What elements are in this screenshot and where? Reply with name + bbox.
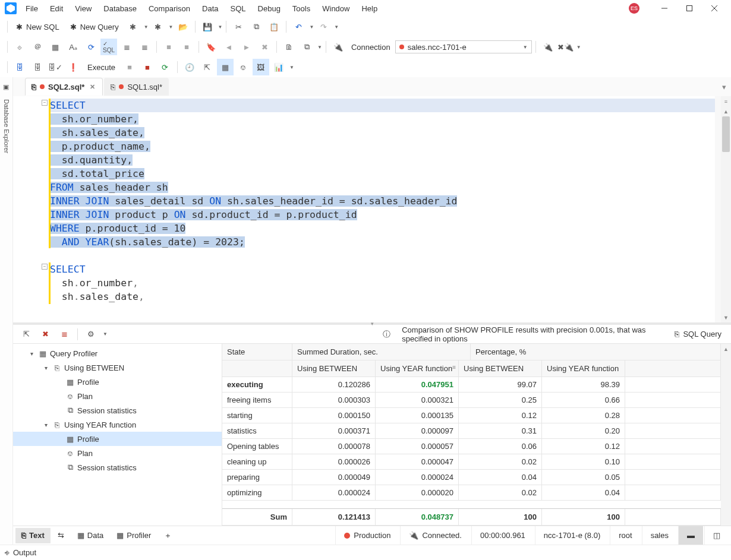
table-scrollbar[interactable]: ▲	[721, 344, 731, 526]
menu-edit[interactable]: Edit	[45, 2, 68, 15]
col-state[interactable]: State	[222, 344, 292, 360]
editor-tab-sql1[interactable]: ⎘ SQL1.sql*	[104, 78, 169, 96]
chevron-down-icon[interactable]: ▼	[289, 65, 294, 70]
tab-overflow-icon[interactable]: ▾	[717, 83, 731, 91]
sql-format-icon[interactable]: ✓SQL	[100, 39, 117, 55]
col-p2[interactable]: Using YEAR function	[542, 360, 625, 377]
menu-file[interactable]: File	[20, 2, 43, 15]
chevron-down-icon[interactable]: ▼	[334, 24, 339, 30]
loop-icon[interactable]: ⟳	[157, 59, 174, 75]
history-icon[interactable]: 🕘	[181, 59, 198, 75]
prev-bookmark-icon[interactable]: ◄	[220, 39, 237, 55]
cut-icon[interactable]: ✂	[230, 18, 247, 35]
doc-nav-icon[interactable]: 🗎	[281, 39, 297, 55]
chevron-down-icon[interactable]: ▼	[576, 45, 581, 50]
execute-line-icon[interactable]: ≡	[121, 59, 138, 75]
footer-tab-text[interactable]: ⎘Text	[15, 528, 51, 543]
menu-help[interactable]: Help	[356, 2, 383, 15]
close-button[interactable]	[702, 0, 726, 17]
indent-left-icon[interactable]: ≣	[118, 39, 135, 55]
table-row[interactable]: preparing0.0000490.0000240.040.05	[222, 470, 721, 485]
tree-item[interactable]: ⎊Plan	[13, 446, 222, 460]
sql-query-button[interactable]: ⎘SQL Query	[670, 326, 726, 343]
at-icon[interactable]: ＠	[29, 39, 46, 55]
maximize-button[interactable]	[678, 0, 701, 17]
execute-warning-icon[interactable]: ❗	[65, 59, 81, 75]
disconnect-all-icon[interactable]: ✖🔌	[557, 39, 574, 55]
copy-icon[interactable]: ⧉	[248, 18, 264, 35]
layout-split-icon[interactable]: ◫	[704, 526, 729, 545]
menu-comparison[interactable]: Comparison	[143, 2, 196, 15]
chevron-down-icon[interactable]: ▼	[144, 24, 149, 30]
scroll-up-icon[interactable]: ▲	[721, 106, 731, 116]
col-percentage-group[interactable]: Percentage, %	[471, 344, 721, 360]
doc-tree-icon[interactable]: ⧉	[298, 39, 315, 55]
new-doc-icon[interactable]: ✱	[125, 18, 141, 35]
comment-icon[interactable]: ≡	[160, 39, 177, 55]
execute-button[interactable]: Execute	[83, 59, 120, 75]
profiler-delete-icon[interactable]: ✖	[37, 326, 53, 343]
col-p1[interactable]: Using BETWEEN	[459, 360, 542, 377]
editor-tab-sql2[interactable]: ⎘ SQL2.sql* ✕	[25, 78, 103, 96]
chevron-down-icon[interactable]: ▾	[42, 422, 50, 428]
new-folder-icon[interactable]: ✱	[150, 18, 166, 35]
menu-view[interactable]: View	[70, 2, 97, 15]
menu-data[interactable]: Data	[197, 2, 223, 15]
db-clean-icon[interactable]: 🗄	[29, 59, 46, 75]
col-d1[interactable]: Using BETWEEN	[292, 360, 376, 377]
menu-window[interactable]: Window	[317, 2, 355, 15]
col-d2[interactable]: Using YEAR function≡	[376, 360, 459, 377]
code-body[interactable]: SELECT sh.or_number, sh.sales_date, p.pr…	[50, 96, 715, 322]
user-badge[interactable]: ES	[629, 3, 639, 14]
table-row[interactable]: optimizing0.0000240.0000200.020.04	[222, 485, 721, 501]
menu-debug[interactable]: Debug	[253, 2, 286, 15]
chevron-down-icon[interactable]: ▼	[218, 24, 223, 30]
fold-icon[interactable]: −	[42, 100, 48, 106]
open-icon[interactable]: 📂	[175, 18, 191, 35]
table-row[interactable]: statistics0.0003710.0000970.310.20	[222, 423, 721, 439]
import-icon[interactable]: ⇱	[199, 59, 216, 75]
new-sql-button[interactable]: ✱New SQL	[11, 18, 64, 35]
scroll-thumb[interactable]	[722, 116, 730, 152]
table-row[interactable]: cleaning up0.0000260.0000470.020.10	[222, 454, 721, 470]
new-query-button[interactable]: ✱New Query	[65, 18, 124, 35]
profiler-import-icon[interactable]: ⇱	[18, 326, 34, 343]
menu-tools[interactable]: Tools	[287, 2, 316, 15]
profiler-indent-icon[interactable]: ≣	[56, 326, 73, 343]
sidebar-tab-db-explorer[interactable]: Database Explorer	[2, 97, 11, 156]
tree-item[interactable]: ▦Profile	[13, 375, 222, 389]
scroll-split-icon[interactable]: ≡	[721, 96, 731, 106]
tree-root[interactable]: ▾ ▦ Query Profiler	[13, 346, 222, 360]
tree-item[interactable]: ⧉Session statistics	[13, 403, 222, 417]
menu-sql[interactable]: SQL	[225, 2, 251, 15]
bookmark-icon[interactable]: 🔖	[203, 39, 219, 55]
text-case-icon[interactable]: Aₐ	[65, 39, 81, 55]
chevron-down-icon[interactable]: ▼	[317, 45, 322, 50]
chevron-down-icon[interactable]: ▾	[27, 350, 36, 357]
grid-icon[interactable]: ▦	[217, 59, 234, 75]
tree-item[interactable]: ▦Profile	[13, 432, 222, 446]
connection-select[interactable]: sales.ncc-1701-e ▼	[395, 40, 532, 53]
table-icon[interactable]: ▦	[47, 39, 64, 55]
col-duration-group[interactable]: Summed Duration, sec.	[292, 344, 471, 360]
menu-database[interactable]: Database	[98, 2, 142, 15]
redo-icon[interactable]: ↷	[315, 18, 332, 35]
refresh-icon[interactable]: ⟳	[83, 39, 99, 55]
table-row[interactable]: Opening tables0.0000780.0000570.060.12	[222, 439, 721, 454]
undo-icon[interactable]: ↶	[290, 18, 307, 35]
layout-mono-icon[interactable]: ▬	[678, 526, 703, 545]
image-icon[interactable]: 🖼	[253, 59, 269, 75]
db-check-icon[interactable]: 🗄✓	[47, 59, 64, 75]
code-editor[interactable]: − − SELECT sh.or_number, sh.sales_date, …	[13, 96, 731, 322]
plug-icon[interactable]: 🔌	[330, 39, 346, 55]
fold-icon[interactable]: −	[42, 264, 48, 270]
table-row[interactable]: freeing items0.0003030.0003210.250.66	[222, 393, 721, 408]
db-object-icon[interactable]: ⟐	[11, 39, 28, 55]
table-row[interactable]: executing0.1202860.04795199.0798.39	[222, 377, 721, 393]
vertical-scrollbar[interactable]: ≡ ▲ ▼	[721, 96, 731, 322]
tree-item[interactable]: ⎊Plan	[13, 389, 222, 403]
table-row[interactable]: starting0.0001500.0001350.120.28	[222, 408, 721, 423]
stop-icon[interactable]: ■	[139, 59, 156, 75]
tree-group[interactable]: ▾⎘Using BETWEEN	[13, 360, 222, 375]
footer-tab-add[interactable]: ＋	[158, 528, 178, 543]
